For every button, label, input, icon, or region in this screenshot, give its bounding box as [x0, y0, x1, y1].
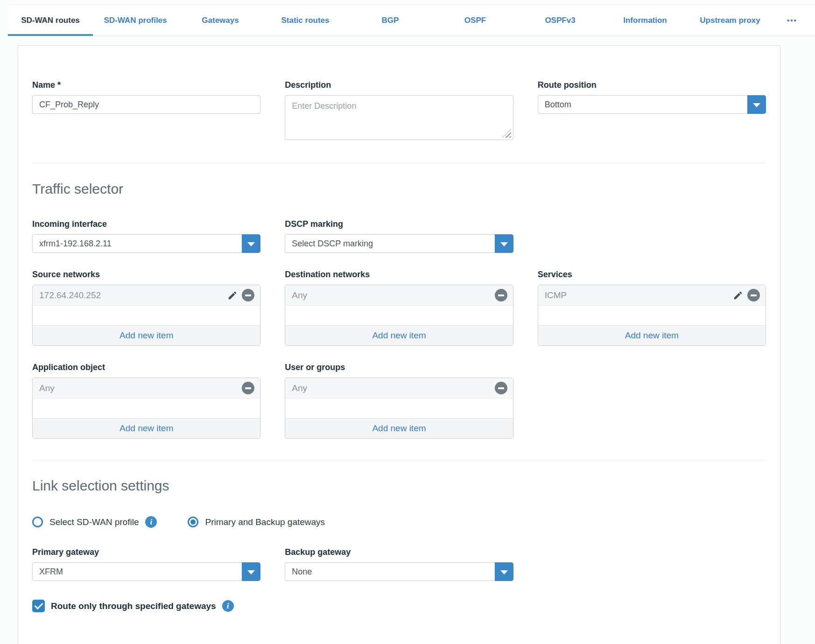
application-object-panel: Any Add new item [32, 378, 260, 439]
radio-unselected-icon[interactable] [32, 517, 43, 527]
list-empty-space [285, 399, 513, 418]
source-networks-group: Source networks 172.64.240.252 Add new i… [32, 270, 260, 346]
add-new-item-button[interactable]: Add new item [33, 418, 260, 438]
tab-upstream-proxy[interactable]: Upstream proxy [688, 5, 773, 35]
tab-ospfv3[interactable]: OSPFv3 [518, 5, 603, 35]
primary-gateway-select[interactable]: XFRM [32, 562, 260, 581]
remove-minus-icon[interactable] [495, 289, 507, 301]
radio-select-sdwan-profile[interactable]: Select SD-WAN profile i [32, 516, 157, 528]
services-panel: ICMP Add new item [538, 285, 766, 346]
destination-networks-group: Destination networks Any Add new item [285, 270, 513, 346]
name-field-group: Name * [32, 80, 260, 142]
services-group: Services ICMP Add new item [538, 270, 766, 346]
backup-gateway-label: Backup gateway [285, 547, 513, 557]
chevron-down-icon[interactable] [495, 562, 513, 581]
tab-information[interactable]: Information [603, 5, 688, 35]
remove-minus-icon[interactable] [747, 289, 760, 301]
list-item-actions [733, 289, 760, 301]
add-new-item-button[interactable]: Add new item [285, 418, 513, 438]
general-fields-row: Name * Description Route position Bottom [32, 80, 766, 142]
link-selection-settings-title: Link selection settings [32, 478, 766, 494]
tab-gateways[interactable]: Gateways [178, 5, 263, 35]
destination-networks-panel: Any Add new item [285, 285, 513, 346]
dscp-marking-select[interactable]: Select DSCP marking [285, 234, 513, 253]
route-position-field-group: Route position Bottom [538, 80, 766, 142]
list-empty-space [33, 399, 260, 418]
top-tab-bar: SD-WAN routes SD-WAN profiles Gateways S… [8, 5, 815, 36]
list-item-value: 172.64.240.252 [39, 290, 101, 301]
info-icon[interactable]: i [222, 600, 234, 612]
incoming-interface-label: Incoming interface [32, 219, 260, 229]
primary-gateway-label: Primary gateway [32, 547, 260, 557]
description-field-group: Description [285, 80, 513, 142]
radio-label: Select SD-WAN profile [49, 517, 139, 527]
chevron-down-icon[interactable] [242, 562, 260, 581]
description-label: Description [285, 80, 513, 90]
route-position-value: Bottom [545, 100, 571, 110]
user-or-groups-panel: Any Add new item [285, 378, 513, 439]
dscp-marking-label: DSCP marking [285, 219, 513, 229]
networks-services-row: Source networks 172.64.240.252 Add new i… [32, 270, 766, 346]
add-new-item-button[interactable]: Add new item [538, 325, 766, 345]
services-label: Services [538, 270, 766, 280]
backup-gateway-select[interactable]: None [285, 562, 513, 581]
backup-gateway-value: None [292, 567, 312, 577]
incoming-interface-field-group: Incoming interface xfrm1-192.168.2.11 [32, 219, 260, 253]
add-new-item-button[interactable]: Add new item [285, 325, 513, 345]
list-empty-space [33, 306, 260, 325]
route-position-select[interactable]: Bottom [538, 95, 766, 114]
backup-gateway-field-group: Backup gateway None [285, 547, 513, 581]
description-textarea[interactable] [285, 95, 513, 140]
user-or-groups-label: User or groups [285, 363, 513, 372]
chevron-down-icon[interactable] [242, 234, 260, 253]
sdwan-route-form-card: Name * Description Route position Bottom… [18, 45, 780, 644]
tab-bgp[interactable]: BGP [348, 5, 433, 35]
checkbox-checked-icon[interactable] [32, 600, 45, 612]
list-empty-space [285, 306, 513, 325]
primary-gateway-value: XFRM [39, 567, 63, 577]
radio-label: Primary and Backup gateways [205, 517, 325, 527]
list-item-actions [227, 289, 254, 301]
edit-pencil-icon[interactable] [733, 290, 743, 301]
name-input[interactable] [32, 95, 260, 114]
incoming-interface-select[interactable]: xfrm1-192.168.2.11 [32, 234, 260, 253]
link-selection-radio-row: Select SD-WAN profile i Primary and Back… [32, 516, 766, 528]
more-tabs-icon[interactable]: ••• [773, 5, 812, 35]
list-item: Any [285, 378, 513, 399]
edit-pencil-icon[interactable] [227, 290, 238, 301]
list-item: ICMP [538, 285, 766, 306]
route-position-label: Route position [538, 80, 766, 90]
tab-ospf[interactable]: OSPF [433, 5, 518, 35]
list-item-actions [495, 289, 507, 301]
list-item-actions [495, 382, 507, 394]
section-divider [32, 460, 766, 460]
application-object-label: Application object [32, 363, 260, 372]
tab-static-routes[interactable]: Static routes [263, 5, 348, 35]
remove-minus-icon[interactable] [495, 382, 507, 394]
primary-gateway-field-group: Primary gateway XFRM [32, 547, 260, 581]
list-item-value: Any [292, 383, 307, 393]
radio-selected-icon[interactable] [188, 517, 198, 527]
source-networks-label: Source networks [32, 270, 260, 280]
traffic-selector-title: Traffic selector [32, 181, 766, 197]
list-item: 172.64.240.252 [33, 285, 260, 306]
remove-minus-icon[interactable] [242, 382, 254, 394]
tab-sdwan-profiles[interactable]: SD-WAN profiles [93, 5, 178, 35]
route-only-checkbox-row: Route only through specified gateways i [32, 600, 766, 612]
info-icon[interactable]: i [145, 516, 157, 528]
source-networks-panel: 172.64.240.252 Add new item [32, 285, 260, 346]
chevron-down-icon[interactable] [495, 234, 513, 253]
chevron-down-icon[interactable] [747, 95, 766, 114]
incoming-interface-value: xfrm1-192.168.2.11 [39, 239, 112, 249]
tab-sdwan-routes[interactable]: SD-WAN routes [8, 5, 93, 35]
add-new-item-button[interactable]: Add new item [33, 325, 260, 345]
gateways-row: Primary gateway XFRM Backup gateway None [32, 547, 766, 581]
radio-primary-backup-gateways[interactable]: Primary and Backup gateways [188, 517, 325, 527]
section-divider [32, 163, 766, 163]
application-object-group: Application object Any Add new item [32, 363, 260, 439]
application-users-row: Application object Any Add new item User… [32, 363, 766, 439]
name-label: Name * [32, 80, 260, 90]
list-item-actions [242, 382, 254, 394]
remove-minus-icon[interactable] [242, 289, 254, 301]
interface-dscp-row: Incoming interface xfrm1-192.168.2.11 DS… [32, 219, 766, 253]
